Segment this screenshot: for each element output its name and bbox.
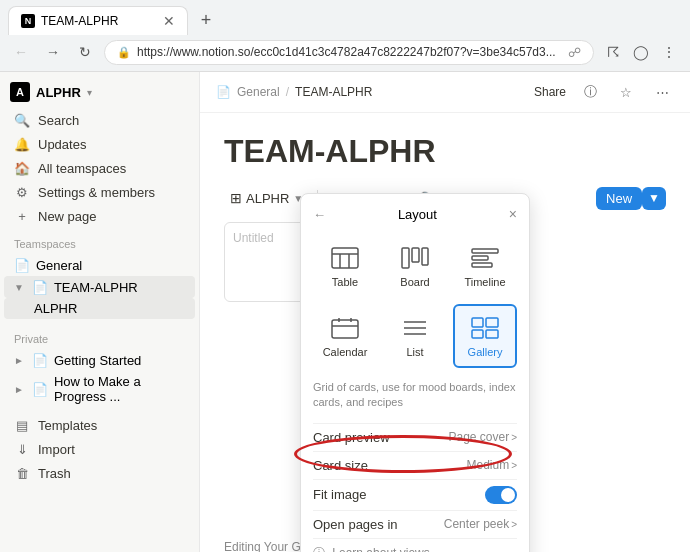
breadcrumb-general-icon: 📄 [216,85,231,99]
bookmark-star-icon: ☍ [568,45,581,60]
new-dropdown-button[interactable]: ▼ [642,187,666,210]
browser-menu-icon[interactable]: ⋮ [656,39,682,65]
back-button[interactable]: ← [8,39,34,65]
updates-label: Updates [38,137,86,152]
sidebar-item-templates[interactable]: ▤ Templates [4,413,195,437]
layout-close-button[interactable]: × [509,206,517,222]
open-pages-label: Open pages in [313,517,398,532]
breadcrumb-more-icon[interactable]: ⋯ [650,80,674,104]
sidebar-item-new-page[interactable]: + New page [4,204,195,228]
calendar-layout-label: Calendar [323,346,368,358]
board-layout-icon [397,244,433,272]
trash-label: Trash [38,466,71,481]
new-button[interactable]: New [596,187,642,210]
list-layout-icon [397,314,433,342]
search-icon: 🔍 [14,112,30,128]
open-pages-value[interactable]: Center peek > [444,517,517,531]
layout-option-timeline[interactable]: Timeline [453,234,517,298]
sidebar-item-import[interactable]: ⇓ Import [4,437,195,461]
svg-rect-5 [412,248,419,262]
learn-link-text: Learn about views [332,546,429,552]
layout-back-button[interactable]: ← [313,207,326,222]
layout-popup-header: ← Layout × [313,206,517,222]
extensions-icon[interactable]: ☈ [600,39,626,65]
sidebar: A ALPHR ▾ 🔍 Search 🔔 Updates 🏠 All teams… [0,72,200,552]
layout-description: Grid of cards, use for mood boards, inde… [313,380,517,411]
breadcrumb-star-icon[interactable]: ☆ [614,80,638,104]
sidebar-item-getting-started[interactable]: ► 📄 Getting Started [4,349,195,371]
open-pages-row[interactable]: Open pages in Center peek > [313,510,517,538]
browser-toolbar-icons: ☈ ◯ ⋮ [600,39,682,65]
svg-rect-18 [486,318,498,327]
sidebar-item-teamspaces[interactable]: 🏠 All teamspaces [4,156,195,180]
card-preview-row[interactable]: Card preview Page cover > [313,423,517,451]
layout-options-grid: Table Board Timeline [313,234,517,368]
profile-icon[interactable]: ◯ [628,39,654,65]
sidebar-item-settings[interactable]: ⚙ Settings & members [4,180,195,204]
svg-rect-8 [472,256,488,260]
fit-image-toggle[interactable] [485,486,517,504]
search-label: Search [38,113,79,128]
workspace-header[interactable]: A ALPHR ▾ [0,72,199,108]
layout-popup: ← Layout × Table [300,193,530,552]
db-source-selector[interactable]: ⊞ ALPHR ▼ [224,188,309,208]
fit-image-label: Fit image [313,487,366,502]
card-size-row[interactable]: Card size Medium > [313,451,517,479]
team-alphr-icon: 📄 [32,279,48,295]
sidebar-item-team-alphr[interactable]: ▼ 📄 TEAM-ALPHR [4,276,195,298]
private-section: Private ► 📄 Getting Started ► 📄 How to M… [0,323,199,407]
sidebar-item-progress[interactable]: ► 📄 How to Make a Progress ... [4,371,195,407]
table-layout-label: Table [332,276,358,288]
breadcrumb-general[interactable]: General [237,85,280,99]
breadcrumb-current: TEAM-ALPHR [295,85,372,99]
gallery-layout-label: Gallery [468,346,503,358]
layout-option-list[interactable]: List [383,304,447,368]
workspace-chevron-icon: ▾ [87,87,92,98]
card-preview-chevron-icon: > [511,432,517,443]
sidebar-item-search[interactable]: 🔍 Search [4,108,195,132]
layout-option-table[interactable]: Table [313,234,377,298]
layout-option-board[interactable]: Board [383,234,447,298]
browser-tab[interactable]: N TEAM-ALPHR ✕ [8,6,188,35]
card-preview-value[interactable]: Page cover > [448,430,517,444]
help-circle-icon[interactable]: ⓘ [578,80,602,104]
new-button-group: New ▼ [596,187,666,210]
team-alphr-label: TEAM-ALPHR [54,280,138,295]
card-preview-label: Card preview [313,430,390,445]
layout-option-calendar[interactable]: Calendar [313,304,377,368]
svg-rect-6 [422,248,428,265]
layout-option-gallery[interactable]: Gallery [453,304,517,368]
getting-started-label: Getting Started [54,353,141,368]
forward-button[interactable]: → [40,39,66,65]
learn-about-views-link[interactable]: ⓘ Learn about views [313,538,517,552]
main-content: 📄 General / TEAM-ALPHR Share ⓘ ☆ ⋯ TEAM-… [200,72,690,552]
import-label: Import [38,442,75,457]
settings-icon: ⚙ [14,184,30,200]
page-title: TEAM-ALPHR [224,133,666,170]
address-bar[interactable]: 🔒 https://www.notion.so/ecc0c1d41c3c4782… [104,40,594,65]
layout-settings: Card preview Page cover > Card size Medi… [313,423,517,552]
svg-rect-20 [486,330,498,338]
sidebar-item-alphr-sub[interactable]: ALPHR [4,298,195,319]
svg-rect-9 [472,263,492,267]
card-size-value-text: Medium [466,458,509,472]
share-button[interactable]: Share [534,85,566,99]
tab-favicon: N [21,14,35,28]
svg-rect-7 [472,249,498,253]
layout-popup-title: Layout [326,207,509,222]
card-size-value[interactable]: Medium > [466,458,517,472]
sidebar-item-general[interactable]: 📄 General [4,254,195,276]
updates-icon: 🔔 [14,136,30,152]
tab-close-button[interactable]: ✕ [163,13,175,29]
card-untitled-label: Untitled [233,231,274,245]
svg-rect-4 [402,248,409,268]
breadcrumb-left: 📄 General / TEAM-ALPHR [216,85,372,99]
reload-button[interactable]: ↻ [72,39,98,65]
breadcrumb-right: Share ⓘ ☆ ⋯ [534,80,674,104]
back-arrow-icon: ← [313,207,326,222]
new-tab-button[interactable]: + [192,7,220,35]
table-layout-icon [327,244,363,272]
sidebar-item-trash[interactable]: 🗑 Trash [4,461,195,485]
sidebar-item-updates[interactable]: 🔔 Updates [4,132,195,156]
browser-toolbar: ← → ↻ 🔒 https://www.notion.so/ecc0c1d41c… [0,35,690,71]
